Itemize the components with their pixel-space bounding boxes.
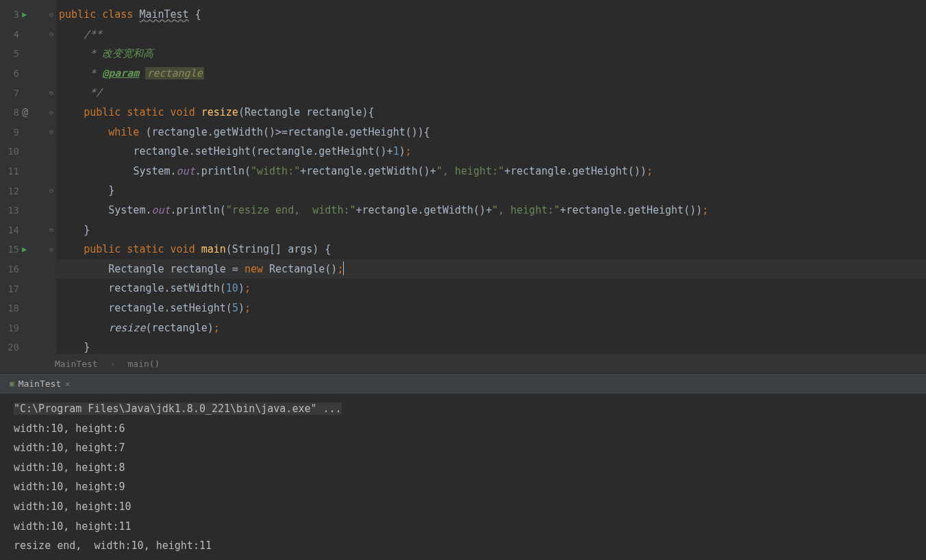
code-line-7[interactable]: */	[56, 83, 926, 103]
line-number: 18	[0, 303, 19, 314]
fold-icon[interactable]: ⊖	[49, 109, 53, 116]
code-line-4[interactable]: /**	[56, 25, 926, 44]
console-output[interactable]: "C:\Program Files\Java\jdk1.8.0_221\bin\…	[0, 394, 926, 560]
line-number: 13	[0, 205, 19, 216]
code-line-5[interactable]: * 改变宽和高	[56, 44, 926, 64]
breadcrumb-method[interactable]: main()	[127, 359, 160, 369]
code-line-8[interactable]: public static void resize(Rectangle rect…	[56, 103, 926, 123]
console-line: width:10, height:9	[14, 477, 912, 497]
run-icon[interactable]: ▶	[22, 244, 27, 254]
line-number: 4	[0, 29, 19, 40]
line-number: 14	[0, 225, 19, 236]
fold-icon[interactable]: ⊖	[49, 89, 53, 97]
fold-icon[interactable]: ⊖	[49, 128, 53, 136]
tab-label: MainTest	[18, 379, 62, 389]
fold-icon[interactable]: ⊖	[49, 226, 53, 233]
code-line-6[interactable]: * @param rectangle	[56, 64, 926, 84]
code-line-19[interactable]: resize(rectangle);	[56, 318, 926, 338]
run-config-icon: ▣	[10, 379, 14, 388]
console-line: width:10, height:11	[14, 517, 912, 537]
gutter: 3▶⊖ 4⊖ 5 6 7⊖ 8@⊖ 9⊖ 10 11 12⊖ 13 14⊖ 15…	[0, 0, 56, 354]
console-line: width:10, height:8	[14, 458, 912, 478]
console-tab-bar: ▣ MainTest ×	[0, 373, 926, 394]
line-number: 16	[0, 264, 19, 275]
code-line-9[interactable]: while (rectangle.getWidth()>=rectangle.g…	[56, 123, 926, 142]
fold-icon[interactable]: ⊖	[49, 187, 53, 194]
fold-icon[interactable]: ⊖	[49, 11, 53, 18]
code-line-18[interactable]: rectangle.setHeight(5);	[56, 298, 926, 318]
line-number: 17	[0, 283, 19, 294]
line-number: 8	[0, 107, 19, 118]
editor-area: 3▶⊖ 4⊖ 5 6 7⊖ 8@⊖ 9⊖ 10 11 12⊖ 13 14⊖ 15…	[0, 0, 926, 354]
console-tab[interactable]: ▣ MainTest ×	[3, 376, 77, 392]
console-line: width:10, height:7	[14, 438, 912, 458]
line-number: 11	[0, 166, 19, 177]
line-number: 19	[0, 322, 19, 333]
code-area[interactable]: public class MainTest { /** * 改变宽和高 * @p…	[56, 0, 926, 354]
code-line-11[interactable]: System.out.println("width:"+rectangle.ge…	[56, 162, 926, 181]
code-line-3[interactable]: public class MainTest {	[56, 5, 926, 25]
line-number: 6	[0, 68, 19, 79]
fold-icon[interactable]: ⊖	[49, 30, 53, 38]
line-number: 9	[0, 127, 19, 138]
code-line-17[interactable]: rectangle.setWidth(10);	[56, 279, 926, 298]
code-line-15[interactable]: public static void main(String[] args) {	[56, 240, 926, 259]
run-icon[interactable]: ▶	[22, 10, 27, 19]
breadcrumb-class[interactable]: MainTest	[55, 359, 98, 369]
cursor	[343, 262, 344, 275]
line-number: 12	[0, 186, 19, 196]
console-line: resize end, width:10, height:11	[14, 536, 912, 556]
console-command: "C:\Program Files\Java\jdk1.8.0_221\bin\…	[14, 399, 912, 419]
breadcrumb-separator: ›	[110, 359, 116, 369]
line-number: 7	[0, 88, 19, 99]
code-line-10[interactable]: rectangle.setHeight(rectangle.getHeight(…	[56, 142, 926, 162]
code-line-12[interactable]: }	[56, 181, 926, 201]
console-line: width:10, height:10	[14, 497, 912, 517]
line-number: 10	[0, 146, 19, 157]
code-line-14[interactable]: }	[56, 220, 926, 240]
line-number: 3	[0, 9, 19, 20]
close-icon[interactable]: ×	[65, 379, 70, 389]
line-number: 15	[0, 244, 19, 255]
line-number: 5	[0, 48, 19, 59]
code-line-16[interactable]: Rectangle rectangle = new Rectangle();	[56, 259, 926, 279]
console-line: width:10, height:6	[14, 419, 912, 439]
at-icon: @	[22, 106, 28, 118]
code-line-20[interactable]: }	[56, 338, 926, 357]
code-line-13[interactable]: System.out.println("resize end, width:"+…	[56, 201, 926, 220]
fold-icon[interactable]: ⊖	[49, 246, 53, 253]
line-number: 20	[0, 342, 19, 353]
